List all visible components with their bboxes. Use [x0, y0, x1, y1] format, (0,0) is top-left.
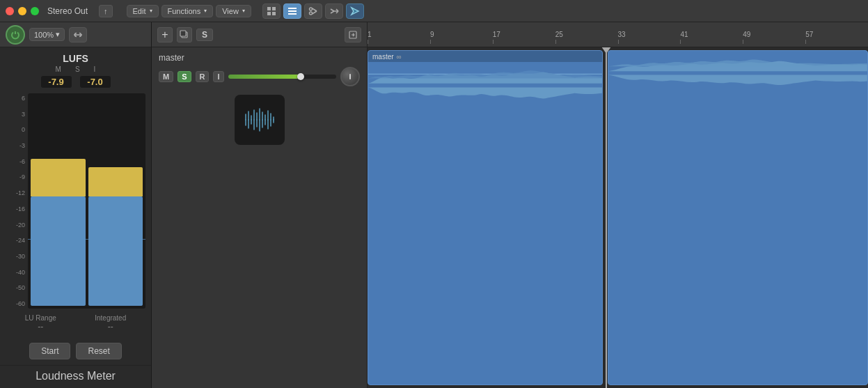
- grid-view-btn[interactable]: [262, 3, 281, 19]
- functions-menu[interactable]: Functions ▾: [161, 5, 214, 17]
- region-link-icon-1: ∞: [397, 53, 402, 61]
- pan-knob[interactable]: [340, 67, 360, 86]
- meter-stats: LU Range -- Integrated --: [6, 314, 145, 332]
- list-view-btn[interactable]: [283, 3, 301, 19]
- region-header-1: master ∞: [368, 51, 602, 62]
- meter-buttons: Start Reset: [0, 337, 151, 365]
- split-btn[interactable]: [325, 3, 343, 19]
- timeline-panel: 1 9 17 25 33 41 49 57 65: [368, 22, 868, 388]
- main-toolbar: Stereo Out ↑ Edit ▾ Functions ▾ View ▾: [0, 0, 868, 22]
- knob-indicator: [349, 74, 351, 79]
- playhead[interactable]: [606, 47, 607, 388]
- ruler-tick-49: [743, 40, 743, 44]
- playhead-triangle: [601, 47, 611, 54]
- volume-fader[interactable]: [228, 75, 336, 79]
- svg-rect-4: [288, 8, 297, 9]
- svg-rect-2: [267, 12, 271, 15]
- reset-button[interactable]: Reset: [76, 343, 121, 359]
- integrated-value: --: [95, 322, 126, 332]
- close-button[interactable]: [6, 7, 14, 15]
- i-button[interactable]: I: [213, 71, 223, 82]
- i-label: I: [94, 65, 96, 73]
- lufs-values: -7.9 -7.0: [6, 76, 145, 88]
- svg-line-11: [331, 9, 334, 11]
- ruler-tick-9: [430, 40, 431, 44]
- waveform-display-1: [368, 62, 602, 111]
- back-arrow[interactable]: ↑: [99, 5, 113, 17]
- main-content: 100% ▾ LUFS M S I -7.9 -7.0: [0, 22, 868, 388]
- scissors-btn[interactable]: [304, 3, 322, 19]
- svg-rect-6: [288, 13, 297, 15]
- lu-range-label: LU Range: [25, 314, 56, 322]
- add-icon: +: [161, 29, 168, 41]
- svg-rect-1: [272, 7, 276, 10]
- meter-area: LUFS M S I -7.9 -7.0 6 3 0 -3 -6 -9 -1: [0, 47, 151, 337]
- mute-button[interactable]: M: [159, 71, 173, 82]
- zoom-control[interactable]: 100% ▾: [29, 28, 65, 41]
- secondary-toolbar: 100% ▾: [0, 22, 151, 47]
- ruler-mark-1: 1: [368, 31, 372, 44]
- minimize-button[interactable]: [18, 7, 26, 15]
- svg-rect-19: [180, 31, 186, 36]
- audio-region-1[interactable]: master ∞: [368, 50, 603, 385]
- svg-rect-46: [368, 74, 602, 75]
- record-button[interactable]: R: [196, 71, 210, 82]
- functions-caret: ▾: [204, 8, 207, 14]
- timeline-content[interactable]: master ∞: [368, 47, 868, 388]
- integrated-bar-bg: [88, 196, 143, 306]
- svg-line-10: [312, 11, 317, 14]
- svg-rect-0: [267, 7, 271, 10]
- meter-display: 6 3 0 -3 -6 -9 -12 -16 -20 -24 -30 -40 -…: [6, 93, 145, 309]
- svg-point-7: [309, 8, 312, 10]
- svg-marker-16: [352, 8, 358, 15]
- loudness-panel: 100% ▾ LUFS M S I -7.9 -7.0: [0, 22, 152, 388]
- maximize-button[interactable]: [31, 7, 39, 15]
- master-track: master M S R I: [152, 47, 367, 155]
- svg-point-8: [309, 12, 312, 15]
- ruler-mark-25: 25: [555, 31, 563, 44]
- fader-fill: [228, 75, 302, 79]
- window-controls: [6, 7, 39, 15]
- ruler-mark-33: 33: [618, 31, 626, 44]
- audio-region-2[interactable]: [608, 50, 868, 385]
- lu-range-stat: LU Range --: [25, 314, 56, 332]
- svg-line-9: [312, 8, 317, 11]
- ruler-tick-33: [618, 40, 619, 44]
- meter-bars: [28, 93, 145, 309]
- zoom-caret: ▾: [56, 30, 60, 39]
- marker-btn[interactable]: [346, 3, 364, 19]
- window-title: Stereo Out: [47, 6, 88, 16]
- region-label-1: master: [372, 53, 394, 61]
- add-track-button[interactable]: +: [157, 27, 173, 42]
- duplicate-track-button[interactable]: [177, 27, 192, 42]
- lu-range-yellow: [31, 159, 86, 196]
- waveform-svg-2: [608, 51, 867, 95]
- start-button[interactable]: Start: [29, 343, 70, 359]
- ruler-mark-17: 17: [493, 31, 500, 44]
- waveform-display-2: [608, 51, 867, 98]
- lufs-header: LUFS: [6, 53, 145, 64]
- link-button[interactable]: [69, 27, 87, 42]
- integrated-label: Integrated: [95, 314, 126, 322]
- power-button[interactable]: [6, 25, 25, 45]
- track-controls-header: + S: [152, 22, 367, 47]
- waveform-plugin[interactable]: [235, 95, 285, 145]
- ruler-tick-57: [805, 40, 806, 44]
- view-menu[interactable]: View ▾: [216, 5, 251, 17]
- waveform-svg-1: [368, 62, 602, 109]
- lu-range-bar-bg: [31, 196, 86, 306]
- track-output-button[interactable]: [345, 27, 361, 42]
- lu-range-value: --: [25, 322, 56, 332]
- ruler-tick-17: [493, 40, 494, 44]
- track-name: master: [159, 53, 360, 63]
- ruler-mark-9: 9: [430, 31, 434, 44]
- integrated-bar: [88, 96, 143, 306]
- view-caret: ▾: [242, 8, 245, 14]
- edit-caret: ▾: [150, 8, 152, 14]
- svg-rect-5: [288, 10, 297, 12]
- track-controls-row: M S R I: [159, 67, 360, 86]
- solo-button[interactable]: S: [177, 71, 191, 82]
- edit-menu[interactable]: Edit ▾: [127, 5, 159, 17]
- ruler-tick-25: [555, 40, 556, 44]
- track-s-button[interactable]: S: [196, 29, 213, 41]
